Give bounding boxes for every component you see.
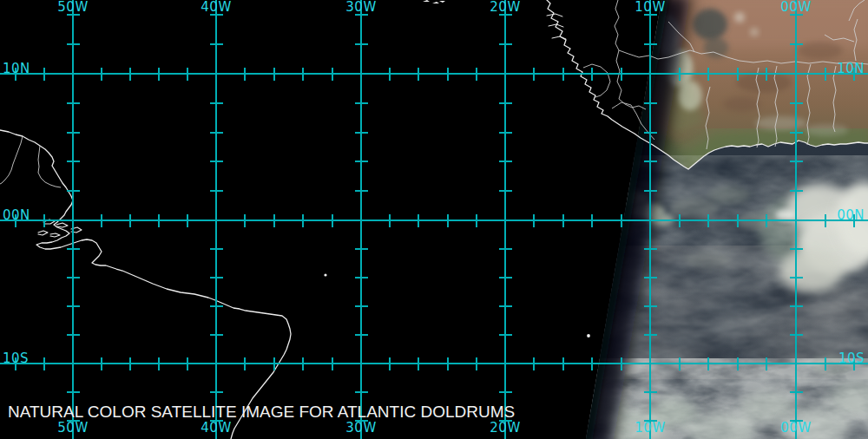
satellite-image: 50W50W40W40W30W30W20W20W10W10W00W00W10N1… <box>0 0 868 439</box>
caption-title: NATURAL COLOR SATELLITE IMAGE FOR ATLANT… <box>8 403 515 421</box>
caption-block: NATURAL COLOR SATELLITE IMAGE FOR ATLANT… <box>8 366 515 439</box>
